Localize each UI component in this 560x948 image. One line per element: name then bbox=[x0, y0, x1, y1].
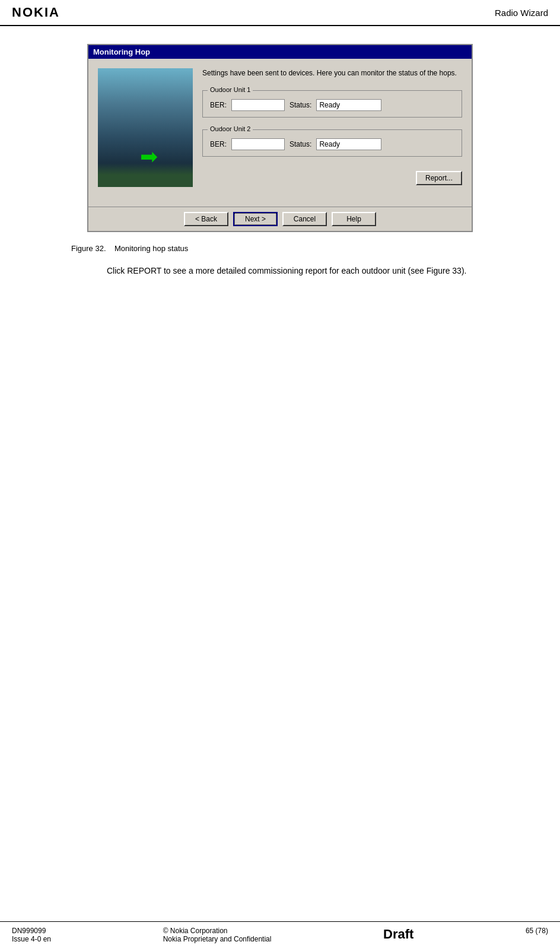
nokia-logo: NOKIA bbox=[12, 5, 60, 20]
footer-doc-number: DN999099 bbox=[12, 927, 51, 935]
ber-1-input[interactable] bbox=[231, 99, 285, 111]
report-area: Report... bbox=[202, 169, 462, 188]
page-footer: DN999099 Issue 4-0 en © Nokia Corporatio… bbox=[0, 921, 560, 948]
body-text-section: Click REPORT to see a more detailed comm… bbox=[36, 265, 524, 277]
outdoor-unit-2-row: BER: Status: bbox=[210, 138, 454, 150]
outdoor-unit-1-row: BER: Status: bbox=[210, 99, 454, 111]
status-1-label: Status: bbox=[289, 101, 311, 109]
arrow-icon: ➡ bbox=[140, 144, 158, 169]
figure-caption-text: Monitoring hop status bbox=[114, 244, 188, 253]
dialog-image: ➡ bbox=[98, 68, 193, 187]
footer-center-left: © Nokia Corporation Nokia Proprietary an… bbox=[163, 927, 272, 943]
body-text: Click REPORT to see a more detailed comm… bbox=[107, 265, 477, 277]
help-button[interactable]: Help bbox=[332, 212, 376, 226]
footer-issue: Issue 4-0 en bbox=[12, 935, 51, 943]
cancel-button[interactable]: Cancel bbox=[282, 212, 327, 226]
ber-1-label: BER: bbox=[210, 101, 227, 109]
dialog-window: Monitoring Hop ➡ Settings have been sent… bbox=[87, 44, 473, 232]
ber-2-input[interactable] bbox=[231, 138, 285, 150]
report-button[interactable]: Report... bbox=[416, 171, 462, 185]
footer-copyright-1: © Nokia Corporation bbox=[163, 927, 272, 935]
status-2-label: Status: bbox=[289, 140, 311, 148]
status-1-input[interactable] bbox=[316, 99, 381, 111]
outdoor-unit-1-group: Oudoor Unit 1 BER: Status: bbox=[202, 90, 462, 118]
dialog-content-area: ➡ Settings have been sent to devices. He… bbox=[98, 68, 462, 188]
page-title: Radio Wizard bbox=[495, 8, 548, 18]
back-button[interactable]: < Back bbox=[184, 212, 228, 226]
footer-left: DN999099 Issue 4-0 en bbox=[12, 927, 51, 943]
next-button[interactable]: Next > bbox=[233, 212, 278, 226]
ber-2-label: BER: bbox=[210, 140, 227, 148]
page-header: NOKIA Radio Wizard bbox=[0, 0, 560, 26]
figure-caption: Figure 32. Monitoring hop status bbox=[36, 244, 524, 253]
figure-caption-prefix: Figure 32. bbox=[71, 244, 106, 253]
dialog-titlebar: Monitoring Hop bbox=[88, 45, 472, 59]
footer-page-info: 65 (78) bbox=[526, 927, 548, 935]
dialog-right-panel: Settings have been sent to devices. Here… bbox=[202, 68, 462, 188]
outdoor-unit-2-legend: Oudoor Unit 2 bbox=[208, 125, 253, 132]
dialog-description: Settings have been sent to devices. Here… bbox=[202, 68, 462, 78]
dialog-body: ➡ Settings have been sent to devices. He… bbox=[88, 59, 472, 207]
outdoor-unit-2-group: Oudoor Unit 2 BER: Status: bbox=[202, 129, 462, 157]
outdoor-unit-1-legend: Oudoor Unit 1 bbox=[208, 86, 253, 93]
footer-copyright-2: Nokia Proprietary and Confidential bbox=[163, 935, 272, 943]
status-2-input[interactable] bbox=[316, 138, 381, 150]
main-content: Monitoring Hop ➡ Settings have been sent… bbox=[0, 26, 560, 301]
dialog-footer: < Back Next > Cancel Help bbox=[88, 207, 472, 231]
dialog-title: Monitoring Hop bbox=[93, 47, 150, 56]
footer-draft: Draft bbox=[383, 927, 413, 942]
